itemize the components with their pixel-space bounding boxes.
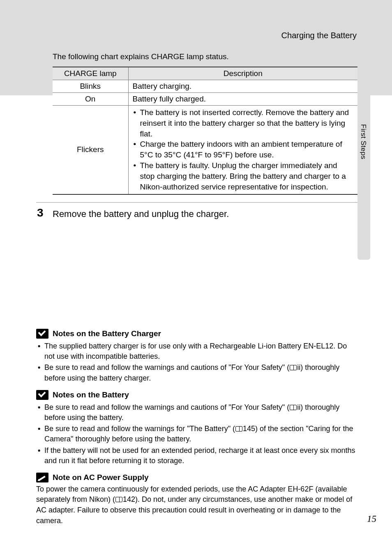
- step-text: Remove the battery and unplug the charge…: [53, 209, 229, 219]
- charge-lamp-table: CHARGE lamp Description Blinks Battery c…: [53, 67, 357, 195]
- book-icon: [290, 365, 297, 370]
- note-heading: Notes on the Battery: [36, 390, 357, 400]
- book-icon: [235, 426, 242, 432]
- divider: [36, 202, 357, 203]
- checkmark-icon: [36, 329, 48, 339]
- page: First Steps Charging the Battery The fol…: [0, 0, 392, 540]
- note-title: Notes on the Battery: [53, 390, 129, 399]
- note-heading: Note on AC Power Supply: [36, 473, 357, 482]
- notes-region: Notes on the Battery Charger The supplie…: [36, 326, 357, 526]
- list-item: Be sure to read and follow the warnings …: [44, 424, 357, 444]
- col-header-lamp: CHARGE lamp: [53, 67, 128, 80]
- note-heading: Notes on the Battery Charger: [36, 329, 357, 339]
- table-row-desc: Battery fully charged.: [128, 93, 357, 106]
- note-paragraph: To power the camera continuously for ext…: [36, 484, 357, 526]
- note-title: Note on AC Power Supply: [53, 473, 149, 482]
- table-bullet: The battery is not inserted correctly. R…: [140, 107, 354, 139]
- side-tab: [357, 95, 370, 260]
- table-row-lamp: On: [53, 93, 128, 106]
- side-section-label: First Steps: [359, 124, 367, 159]
- table-row-desc: Battery charging.: [128, 80, 357, 93]
- list-item: Be sure to read and follow the warnings …: [44, 402, 357, 423]
- table-row-lamp: Flickers: [53, 106, 128, 194]
- section-title: Charging the Battery: [281, 31, 357, 40]
- list-item: If the battery will not be used for an e…: [44, 445, 357, 466]
- table-row-desc: The battery is not inserted correctly. R…: [128, 106, 357, 194]
- book-icon: [115, 497, 122, 502]
- list-item: The supplied battery charger is for use …: [44, 341, 357, 362]
- note-title: Notes on the Battery Charger: [53, 329, 161, 338]
- pencil-icon: [36, 473, 48, 482]
- col-header-desc: Description: [128, 67, 357, 80]
- intro-text: The following chart explains CHARGE lamp…: [53, 52, 229, 61]
- table-row-lamp: Blinks: [53, 80, 128, 93]
- table-bullet: The battery is faulty. Unplug the charge…: [140, 160, 354, 192]
- note-list: The supplied battery charger is for use …: [36, 341, 357, 383]
- checkmark-icon: [36, 390, 48, 400]
- step-number: 3: [37, 206, 44, 219]
- note-list: Be sure to read and follow the warnings …: [36, 402, 357, 466]
- book-icon: [290, 405, 297, 410]
- page-number: 15: [367, 514, 376, 524]
- list-item: Be sure to read and follow the warnings …: [44, 362, 357, 383]
- table-bullet: Charge the battery indoors with an ambie…: [140, 139, 354, 160]
